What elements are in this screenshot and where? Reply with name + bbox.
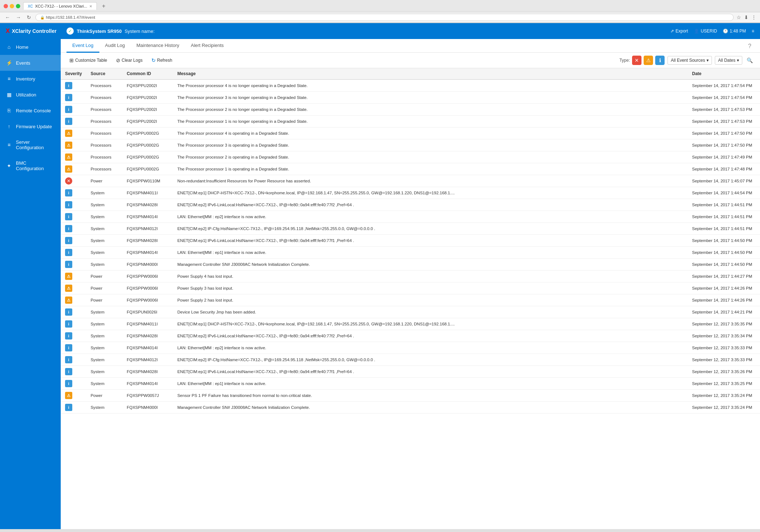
new-tab-button[interactable]: +: [100, 3, 107, 9]
table-row[interactable]: ✕PowerFQXSPPW0110MNon-redundant:Insuffic…: [61, 175, 760, 187]
dates-dropdown[interactable]: All Dates ▾: [715, 56, 742, 65]
table-row[interactable]: ⚠PowerFQXSPPW0006IPower Supply 4 has los…: [61, 271, 760, 282]
menu-button[interactable]: ≡: [752, 29, 754, 34]
sidebar-item-server-configuration[interactable]: ≡ Server Configuration: [0, 134, 61, 155]
sidebar-item-utilization[interactable]: ▦ Utilization: [0, 87, 61, 103]
table-row[interactable]: iSystemFQXSPNM4011IENET[CIM:ep1] DHCP-HS…: [61, 187, 760, 199]
table-row[interactable]: iProcessorsFQXSPPU2002IThe Processor pro…: [61, 92, 760, 104]
info-icon: i: [65, 249, 72, 256]
help-icon[interactable]: ?: [745, 40, 754, 52]
cell-severity: i: [61, 330, 86, 342]
tab-close-button[interactable]: ✕: [89, 4, 92, 8]
search-button[interactable]: 🔍: [745, 56, 754, 65]
table-row[interactable]: ⚠ProcessorsFQXSPPU0002GThe Processor pro…: [61, 127, 760, 139]
cell-source: System: [86, 259, 123, 271]
bookmark-icon[interactable]: ☆: [737, 14, 741, 20]
tab-event-log[interactable]: Event Log: [66, 39, 99, 53]
cell-message: Power Supply 4 has lost input.: [173, 271, 688, 282]
export-button[interactable]: ⇗ Export: [670, 29, 688, 34]
browser-chrome: XC XCC-7X12- - Lenovo XClari... ✕ + ← → …: [0, 0, 760, 23]
cell-source: System: [86, 330, 123, 342]
cell-date: September 12, 2017 3:35:26 PM: [688, 366, 760, 378]
customize-table-button[interactable]: ⊞ Customize Table: [66, 56, 110, 65]
cell-date: September 14, 2017 1:44:51 PM: [688, 223, 760, 235]
event-sources-dropdown[interactable]: All Event Sources ▾: [667, 56, 712, 65]
refresh-nav-button[interactable]: ↻: [25, 14, 33, 21]
warning-filter-button[interactable]: ⚠: [644, 56, 653, 65]
chevron-down-icon: ▾: [737, 58, 739, 63]
cell-message: ENET[CIM:ep1] DHCP-HSTN=XCC-7X12-, DN=ko…: [173, 318, 688, 330]
table-row[interactable]: ⚠ProcessorsFQXSPPU0002GThe Processor pro…: [61, 151, 760, 163]
clock-display: 🕐 1:48 PM: [723, 29, 746, 34]
table-row[interactable]: iProcessorsFQXSPPU2002IThe Processor pro…: [61, 79, 760, 92]
table-row[interactable]: iSystemFQXSPNM4011IENET[CIM:ep1] DHCP-HS…: [61, 318, 760, 330]
tab-alert-recipients[interactable]: Alert Recipients: [185, 39, 229, 53]
sidebar-item-firmware-update[interactable]: ↑ Firmware Update: [0, 118, 61, 134]
table-row[interactable]: iSystemFQXSPNM4014ILAN: Ethernet[MM : ep…: [61, 247, 760, 259]
sidebar-item-inventory[interactable]: ≡ Inventory: [0, 71, 61, 87]
cell-message: Management Controller SN# J30008AC Netwo…: [173, 259, 688, 271]
table-row[interactable]: ⚠ProcessorsFQXSPPU0002GThe Processor pro…: [61, 163, 760, 175]
cell-severity: i: [61, 259, 86, 271]
table-row[interactable]: iSystemFQXSPNM4028IENET[CIM:ep2] IPv6-Li…: [61, 199, 760, 211]
cell-message: The Processor processor 4 is operating i…: [173, 127, 688, 139]
close-button[interactable]: [4, 4, 8, 8]
sidebar-item-bmc-configuration[interactable]: ✦ BMC Configuration: [0, 155, 61, 176]
table-row[interactable]: iSystemFQXSPNM4028IENET[CIM:ep1] IPv6-Li…: [61, 235, 760, 247]
table-row[interactable]: ⚠PowerFQXSPPW0006IPower Supply 2 has los…: [61, 294, 760, 306]
table-row[interactable]: iSystemFQXSPNM4012IENET[CIM:ep2] IP-Cfg:…: [61, 354, 760, 366]
table-row[interactable]: iSystemFQXSPUN0026IDevice Low Security J…: [61, 306, 760, 318]
address-bar[interactable]: 🔒 https://192.168.1.47/#/event: [35, 14, 734, 21]
settings-icon[interactable]: ⋮: [751, 14, 756, 20]
refresh-button[interactable]: ↻ Refresh: [149, 56, 175, 65]
cell-common-id: FQXSPPW0006I: [123, 282, 173, 294]
table-row[interactable]: ⚠ProcessorsFQXSPPU0002GThe Processor pro…: [61, 139, 760, 151]
sidebar-item-label: Utilization: [16, 92, 36, 98]
table-row[interactable]: iSystemFQXSPNM4000IManagement Controller…: [61, 402, 760, 414]
cell-source: System: [86, 342, 123, 354]
table-row[interactable]: iSystemFQXSPNM4000IManagement Controller…: [61, 259, 760, 271]
hamburger-icon: ≡: [752, 29, 754, 34]
cell-message: The Processor processor 4 is no longer o…: [173, 79, 688, 92]
sidebar-item-remote-console[interactable]: ⎘ Remote Console: [0, 103, 61, 118]
cell-common-id: FQXSPNM4028I: [123, 366, 173, 378]
back-button[interactable]: ←: [4, 14, 12, 21]
cell-message: ENET[CIM:ep1] IPv6-LinkLocal:HstName=XCC…: [173, 366, 688, 378]
table-row[interactable]: iSystemFQXSPNM4028IENET[CIM:ep1] IPv6-Li…: [61, 366, 760, 378]
cell-message: ENET[CIM:ep2] IPv6-LinkLocal:HstName=XCC…: [173, 199, 688, 211]
table-row[interactable]: iSystemFQXSPNM4012IENET[CIM:ep2] IP-Cfg:…: [61, 223, 760, 235]
sidebar-item-label: Home: [16, 44, 29, 50]
table-row[interactable]: ⚠PowerFQXSPPW0057JSensor PS 1 PF Failure…: [61, 390, 760, 402]
table-row[interactable]: iSystemFQXSPNM4028IENET[CIM:ep2] IPv6-Li…: [61, 330, 760, 342]
clear-logs-button[interactable]: ⊘ Clear Logs: [113, 56, 146, 65]
forward-button[interactable]: →: [14, 14, 22, 21]
sidebar-item-home[interactable]: ⌂ Home: [0, 39, 61, 55]
minimize-button[interactable]: [10, 4, 14, 8]
table-row[interactable]: iSystemFQXSPNM4014ILAN: Ethernet[MM : ep…: [61, 342, 760, 354]
info-filter-button[interactable]: ℹ: [655, 56, 665, 65]
table-row[interactable]: iProcessorsFQXSPPU2002IThe Processor pro…: [61, 116, 760, 127]
sidebar-item-events[interactable]: ⚡ Events: [0, 55, 61, 71]
cell-severity: i: [61, 223, 86, 235]
cell-source: System: [86, 223, 123, 235]
cell-severity: ⚠: [61, 163, 86, 175]
maximize-button[interactable]: [16, 4, 20, 8]
user-button[interactable]: 👤 USERID: [694, 29, 717, 34]
table-row[interactable]: iProcessorsFQXSPPU2002IThe Processor pro…: [61, 104, 760, 116]
tab-audit-log[interactable]: Audit Log: [99, 39, 131, 53]
firmware-icon: ↑: [6, 124, 12, 129]
download-icon[interactable]: ⬇: [744, 14, 748, 20]
table-row[interactable]: ⚠PowerFQXSPPW0006IPower Supply 3 has los…: [61, 282, 760, 294]
table-row[interactable]: iSystemFQXSPNM4014ILAN: Ethernet[MM : ep…: [61, 378, 760, 390]
cell-source: System: [86, 354, 123, 366]
device-info: ✓ ThinkSystem SR950 System name:: [66, 27, 157, 35]
warning-icon: ⚠: [65, 273, 72, 280]
cell-common-id: FQXSPNM4000I: [123, 402, 173, 414]
cell-message: The Processor processor 2 is no longer o…: [173, 104, 688, 116]
browser-tab[interactable]: XC XCC-7X12- - Lenovo XClari... ✕: [23, 2, 97, 10]
tab-maintenance-history[interactable]: Maintenance History: [130, 39, 185, 53]
cell-severity: i: [61, 378, 86, 390]
table-row[interactable]: iSystemFQXSPNM4014ILAN: Ethernet[MM : ep…: [61, 211, 760, 223]
info-icon: i: [65, 82, 72, 89]
error-filter-button[interactable]: ✕: [632, 56, 641, 65]
